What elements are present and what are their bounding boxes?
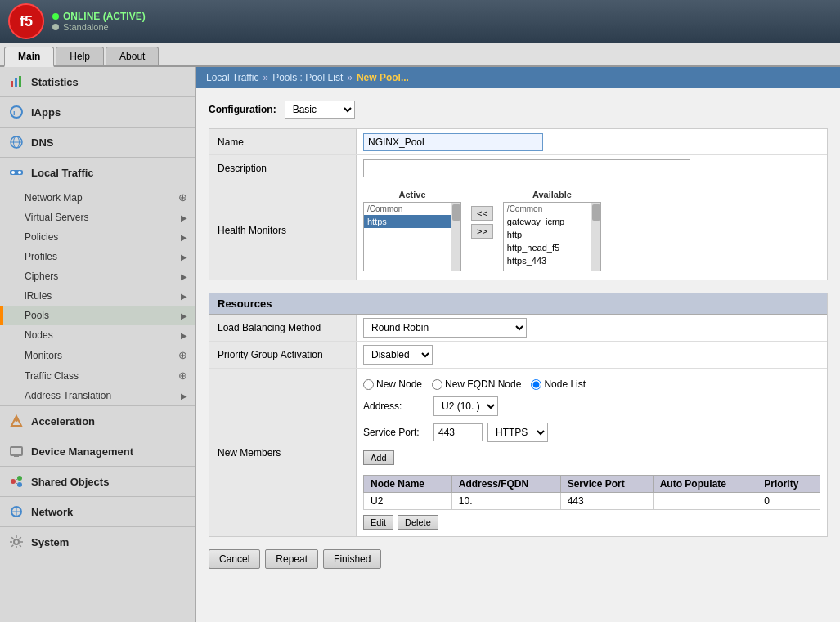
address-translation-arrow-icon: ▶ [181, 392, 187, 400]
cell-service-port: 443 [560, 493, 653, 510]
move-left-btn[interactable]: << [471, 206, 493, 221]
move-right-btn[interactable]: >> [471, 224, 493, 239]
dns-icon [8, 134, 25, 150]
sidebar-item-irules[interactable]: iRules ▶ [0, 286, 195, 306]
irules-label: iRules [25, 290, 52, 302]
network-map-label: Network Map [25, 192, 83, 204]
sidebar-item-shared-objects[interactable]: Shared Objects [0, 467, 195, 496]
available-monitors-list[interactable]: /Common gateway_icmp http http_head_f5 h… [503, 202, 601, 271]
cell-auto-populate [653, 493, 757, 510]
sidebar-item-system[interactable]: System [0, 527, 195, 557]
sidebar-acceleration-label: Acceleration [31, 415, 95, 427]
breadcrumb-local-traffic[interactable]: Local Traffic [206, 72, 258, 83]
priority-group-select[interactable]: Disabled Less than [363, 345, 433, 365]
radio-node-list[interactable] [531, 379, 541, 390]
radio-node-list-text: Node List [544, 378, 586, 390]
available-http-head-f5[interactable]: http_head_f5 [504, 241, 600, 254]
available-http[interactable]: http [504, 228, 600, 241]
tab-main[interactable]: Main [4, 47, 54, 67]
sidebar-item-profiles[interactable]: Profiles ▶ [0, 247, 195, 266]
active-monitors-list[interactable]: /Common https [363, 202, 461, 271]
cancel-button[interactable]: Cancel [209, 549, 260, 569]
breadcrumb-pool-list[interactable]: Pools : Pool List [272, 72, 343, 83]
sidebar-local-traffic-label: Local Traffic [31, 167, 94, 179]
description-row: Description [209, 155, 827, 181]
svg-point-14 [11, 479, 16, 484]
ciphers-arrow-icon: ▶ [181, 272, 187, 281]
svg-line-18 [16, 482, 17, 484]
monitor-arrows: << >> [468, 190, 496, 239]
svg-point-22 [14, 539, 19, 544]
device-icon [8, 443, 25, 459]
service-port-type-select[interactable]: HTTPS HTTP Custom [487, 423, 548, 442]
sidebar-item-local-traffic[interactable]: Local Traffic [0, 158, 195, 187]
sidebar-section-acceleration: Acceleration [0, 406, 195, 436]
content-area: Configuration: Basic Advanced Name Descr… [196, 88, 840, 622]
name-input[interactable] [363, 133, 543, 151]
svg-point-15 [17, 476, 22, 481]
repeat-button[interactable]: Repeat [265, 549, 318, 569]
active-https-item[interactable]: https [364, 215, 460, 228]
svg-rect-13 [14, 455, 19, 457]
members-table: Node Name Address/FQDN Service Port Auto… [363, 475, 820, 510]
radio-new-node[interactable] [363, 379, 374, 390]
delete-button[interactable]: Delete [398, 515, 438, 530]
radio-new-fqdn-label[interactable]: New FQDN Node [432, 378, 521, 390]
edit-button[interactable]: Edit [363, 515, 393, 530]
active-common-header: /Common [364, 203, 460, 215]
finished-button[interactable]: Finished [323, 549, 381, 569]
sidebar-item-acceleration[interactable]: Acceleration [0, 406, 195, 436]
radio-new-fqdn[interactable] [432, 379, 442, 390]
add-button-row: Add [363, 450, 394, 465]
available-label: Available [532, 190, 572, 199]
sidebar-item-network-map[interactable]: Network Map ⊕ [0, 187, 195, 208]
sidebar-item-pools[interactable]: Pools ▶ [0, 306, 195, 325]
description-input[interactable] [363, 159, 690, 177]
sidebar-item-policies[interactable]: Policies ▶ [0, 227, 195, 247]
description-label: Description [209, 155, 357, 181]
sidebar-item-device-management[interactable]: Device Management [0, 436, 195, 466]
available-gateway-icmp[interactable]: gateway_icmp [504, 215, 600, 228]
sidebar-item-nodes[interactable]: Nodes ▶ [0, 325, 195, 345]
tab-about[interactable]: About [106, 47, 159, 65]
health-monitors-label: Health Monitors [209, 181, 357, 280]
cell-node-name: U2 [364, 493, 452, 510]
sidebar-section-iapps: i iApps [0, 97, 195, 128]
edit-delete-buttons: Edit Delete [363, 515, 438, 530]
sidebar-item-dns[interactable]: DNS [0, 128, 195, 157]
radio-new-node-label[interactable]: New Node [363, 378, 422, 390]
sidebar-item-iapps[interactable]: i iApps [0, 97, 195, 127]
address-row: Address: U2 (10. ) [363, 396, 498, 416]
table-row: U2 10. 443 0 [364, 493, 820, 510]
sidebar-system-label: System [31, 536, 69, 548]
address-translation-label: Address Translation [25, 390, 111, 401]
sidebar-item-ciphers[interactable]: Ciphers ▶ [0, 266, 195, 286]
col-address-fqdn: Address/FQDN [451, 476, 560, 493]
name-row: Name [209, 129, 827, 155]
sidebar-item-virtual-servers[interactable]: Virtual Servers ▶ [0, 208, 195, 227]
sidebar-item-monitors[interactable]: Monitors ⊕ [0, 345, 195, 365]
sidebar-statistics-label: Statistics [31, 76, 79, 88]
network-icon [8, 503, 25, 520]
radio-node-list-label[interactable]: Node List [531, 378, 586, 390]
sidebar-item-statistics[interactable]: Statistics [0, 67, 195, 96]
f5-logo-text: f5 [20, 13, 33, 30]
status-online-text: ONLINE (ACTIVE) [63, 11, 146, 22]
sidebar-item-traffic-class[interactable]: Traffic Class ⊕ [0, 365, 195, 386]
svg-point-11 [15, 418, 18, 422]
configuration-select[interactable]: Basic Advanced [285, 101, 355, 119]
available-common-header: /Common [504, 203, 600, 215]
address-select[interactable]: U2 (10. ) [433, 396, 498, 416]
cell-address: 10. [451, 493, 560, 510]
available-https-443[interactable]: https_443 [504, 254, 600, 267]
sidebar-item-address-translation[interactable]: Address Translation ▶ [0, 386, 195, 405]
lb-method-label: Load Balancing Method [209, 315, 357, 341]
tab-help[interactable]: Help [56, 47, 104, 65]
sidebar-item-network[interactable]: Network [0, 497, 195, 526]
breadcrumb-sep-2: » [347, 72, 353, 83]
lb-method-select[interactable]: Round Robin Least Connections Observed M… [363, 318, 527, 338]
service-port-input[interactable] [433, 423, 483, 441]
sidebar-device-management-label: Device Management [31, 445, 133, 458]
service-port-label: Service Port: [363, 427, 429, 438]
add-button[interactable]: Add [363, 450, 394, 465]
